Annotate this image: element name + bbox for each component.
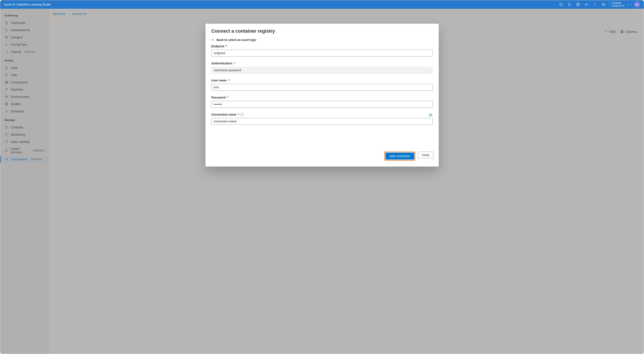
username-label: User name* — [212, 79, 433, 82]
connection-name-label: Connection name* i — [212, 113, 433, 116]
connection-name-input[interactable] — [212, 118, 433, 125]
add-connection-button[interactable]: Add connection — [386, 153, 414, 159]
avatar[interactable]: oo — [634, 2, 640, 8]
close-button[interactable]: Close — [418, 152, 434, 158]
workspace-selector[interactable]: Contoso contoso-ml — [610, 2, 626, 7]
arrow-left-icon — [212, 38, 214, 41]
password-input[interactable] — [212, 101, 433, 108]
modal-title: Connect a container registry — [212, 28, 433, 34]
add-connection-highlight: Add connection — [384, 152, 415, 160]
svg-point-3 — [602, 3, 605, 6]
authentication-select[interactable]: Username password — [212, 67, 433, 74]
authentication-value: Username password — [214, 68, 241, 72]
workspace-name: contoso-ml — [612, 5, 624, 7]
feedback-icon[interactable] — [599, 0, 608, 9]
svg-point-1 — [578, 4, 578, 5]
chevron-down-icon — [428, 69, 430, 71]
authentication-label: Authentication* — [212, 62, 433, 65]
notification-icon[interactable] — [565, 0, 574, 9]
modal-overlay[interactable]: Connect a container registry Back to sel… — [0, 9, 644, 354]
back-link[interactable]: Back to select an asset type — [212, 38, 256, 42]
username-input[interactable] — [212, 84, 433, 91]
svg-point-2 — [595, 5, 595, 5]
password-label: Password* — [212, 96, 433, 99]
megaphone-icon[interactable] — [582, 0, 591, 9]
topbar: Azure AI | Machine Learning Studio Conto… — [0, 0, 644, 9]
endpoint-label: Endpoint* — [212, 45, 433, 48]
back-label: Back to select an asset type — [216, 38, 256, 42]
eye-icon[interactable] — [428, 113, 433, 117]
info-icon[interactable]: i — [240, 113, 244, 116]
svg-point-30 — [430, 114, 431, 116]
recent-icon[interactable] — [557, 0, 565, 9]
modal-connect-container-registry: Connect a container registry Back to sel… — [206, 24, 439, 166]
help-icon[interactable] — [591, 0, 599, 9]
chevron-down-icon[interactable] — [627, 3, 630, 6]
settings-icon[interactable] — [574, 0, 582, 9]
endpoint-input[interactable] — [212, 50, 433, 57]
app-title: Azure AI | Machine Learning Studio — [4, 3, 51, 6]
svg-point-5 — [604, 4, 604, 4]
